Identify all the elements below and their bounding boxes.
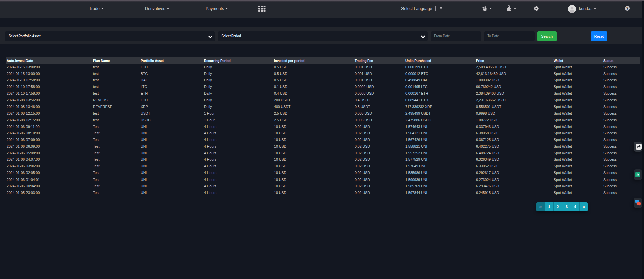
svg-text:?: ?	[626, 6, 628, 10]
